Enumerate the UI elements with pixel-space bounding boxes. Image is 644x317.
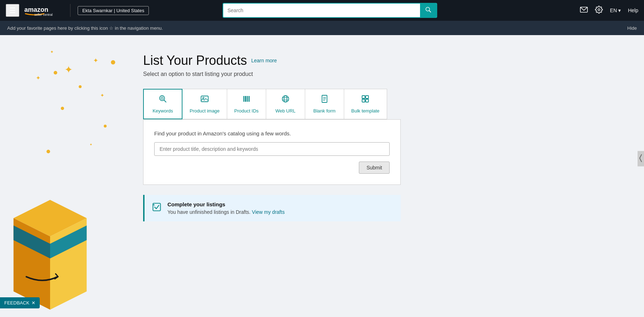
seller-name-badge: Ekta Swarnkar | United States — [78, 6, 149, 15]
svg-text:seller central: seller central — [34, 13, 53, 16]
dot-deco-3 — [111, 60, 115, 64]
favorites-bar: Add your favorite pages here by clicking… — [0, 21, 644, 35]
svg-point-15 — [203, 97, 204, 99]
nav-right-icons: EN ▾ Help — [580, 6, 638, 15]
tab-product-ids-label: Product IDs — [234, 108, 259, 114]
content-area: List Your Products Learn more Select an … — [122, 35, 644, 317]
submit-button[interactable]: Submit — [359, 162, 390, 174]
page-title-row: List Your Products Learn more — [143, 53, 623, 68]
main-content: ✦ ✦ ✦ ✦ ✦ ✦ List — [0, 35, 644, 317]
settings-icon[interactable] — [595, 6, 603, 15]
svg-rect-14 — [201, 96, 208, 102]
svg-point-23 — [282, 96, 289, 102]
top-nav: ☰ amazon seller central Ekta Swarnkar | … — [0, 0, 644, 21]
svg-line-13 — [164, 100, 166, 102]
complete-listings-section: Complete your listings You have unfinish… — [143, 195, 401, 221]
complete-listings-description: You have unfinished listings in Drafts. … — [167, 209, 285, 215]
tab-keywords[interactable]: Keywords — [143, 89, 182, 119]
bulk-template-icon — [361, 95, 370, 105]
tab-product-ids[interactable]: Product IDs — [227, 89, 266, 119]
view-drafts-link[interactable]: View my drafts — [252, 209, 285, 215]
page-title: List Your Products — [143, 53, 247, 68]
tab-bulk-template-label: Bulk template — [351, 108, 380, 114]
keywords-icon — [158, 95, 167, 105]
illustration-area: ✦ ✦ ✦ ✦ ✦ ✦ — [0, 35, 122, 317]
svg-point-5 — [598, 9, 600, 11]
svg-rect-19 — [247, 96, 247, 102]
dot-deco-5 — [104, 125, 107, 128]
feedback-button[interactable]: FEEDBACK ✕ — [0, 297, 40, 308]
svg-rect-16 — [243, 96, 244, 102]
product-image-icon — [200, 95, 209, 105]
web-url-icon — [281, 95, 290, 105]
svg-rect-17 — [244, 96, 245, 102]
nav-divider — [70, 4, 70, 17]
feedback-close-icon[interactable]: ✕ — [31, 300, 35, 306]
tab-web-url-label: Web URL — [275, 108, 296, 114]
submit-row: Submit — [154, 162, 390, 174]
complete-listings-title: Complete your listings — [167, 201, 225, 207]
search-bar — [223, 3, 437, 18]
product-keyword-input[interactable] — [154, 142, 390, 156]
dot-deco-1 — [54, 71, 57, 75]
tabs-container: Keywords Product image — [143, 89, 623, 119]
feedback-label: FEEDBACK — [4, 300, 29, 306]
svg-rect-21 — [248, 96, 249, 102]
tab-blank-form[interactable]: Blank form — [305, 89, 344, 119]
panel-description: Find your product in Amazon's catalog us… — [154, 130, 390, 136]
star-deco-3: ✦ — [93, 57, 98, 64]
svg-line-3 — [429, 11, 430, 12]
svg-rect-20 — [247, 96, 248, 102]
hamburger-menu[interactable]: ☰ — [6, 4, 19, 17]
search-input[interactable] — [223, 5, 420, 16]
svg-rect-31 — [362, 96, 365, 99]
svg-rect-34 — [366, 99, 369, 102]
search-button[interactable] — [420, 4, 436, 17]
mail-icon[interactable] — [580, 6, 588, 15]
logo-svg: amazon seller central — [24, 4, 63, 17]
star-deco-1: ✦ — [64, 64, 73, 76]
content-panel: Find your product in Amazon's catalog us… — [143, 119, 401, 185]
star-deco-4: ✦ — [100, 92, 104, 98]
language-selector[interactable]: EN ▾ — [610, 8, 621, 13]
svg-rect-33 — [362, 99, 365, 102]
dot-deco-4 — [61, 107, 64, 110]
tab-blank-form-label: Blank form — [313, 108, 336, 114]
amazon-logo: amazon seller central — [24, 4, 63, 17]
svg-rect-32 — [366, 96, 369, 99]
svg-rect-18 — [245, 96, 246, 102]
amazon-box-illustration — [0, 152, 104, 317]
tab-web-url[interactable]: Web URL — [266, 89, 305, 119]
star-deco-2: ✦ — [36, 75, 40, 81]
dot-deco-2 — [79, 85, 82, 88]
product-ids-icon — [242, 95, 251, 105]
star-deco-6: ✦ — [89, 143, 92, 147]
tab-keywords-label: Keywords — [152, 108, 173, 114]
complete-listings-icon — [152, 202, 162, 214]
hide-favorites-button[interactable]: Hide — [627, 25, 637, 31]
scroll-indicator[interactable] — [638, 151, 644, 166]
complete-listings-text: Complete your listings You have unfinish… — [167, 201, 285, 215]
blank-form-icon — [320, 95, 329, 105]
favorites-message: Add your favorite pages here by clicking… — [7, 25, 163, 31]
tab-product-image-label: Product image — [190, 108, 220, 114]
learn-more-link[interactable]: Learn more — [251, 58, 277, 63]
help-link[interactable]: Help — [628, 8, 638, 13]
tab-product-image[interactable]: Product image — [182, 89, 227, 119]
tab-bulk-template[interactable]: Bulk template — [344, 89, 387, 119]
svg-point-24 — [284, 96, 287, 102]
svg-point-12 — [161, 97, 163, 99]
svg-rect-22 — [249, 96, 250, 102]
svg-text:amazon: amazon — [24, 6, 48, 13]
star-deco-5: ✦ — [50, 49, 54, 54]
page-subtitle: Select an option to start listing your p… — [143, 71, 623, 77]
